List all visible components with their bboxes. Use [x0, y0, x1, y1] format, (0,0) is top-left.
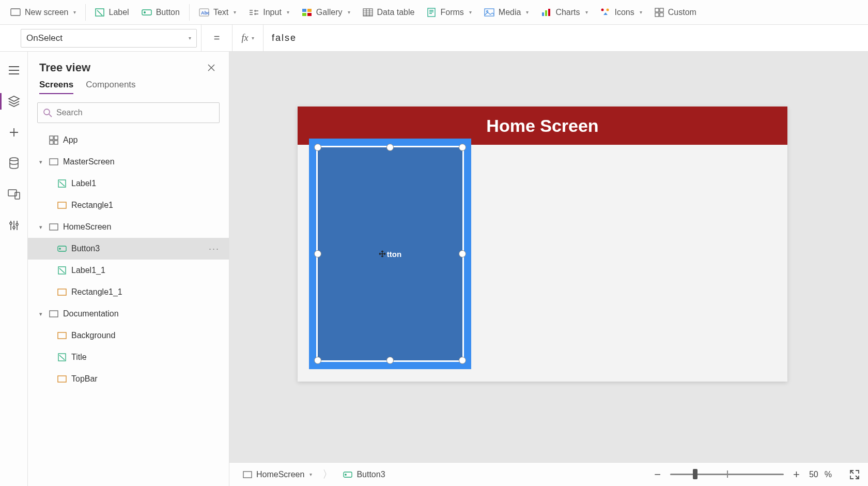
rectangle-icon [57, 287, 67, 297]
svg-point-28 [10, 222, 12, 224]
tree-search[interactable] [37, 102, 220, 123]
tree-item-label1[interactable]: Label1 [28, 173, 229, 194]
tree-label: Documentation [63, 309, 222, 318]
tree-item-background[interactable]: Background [28, 325, 229, 346]
svg-rect-11 [307, 13, 312, 16]
selected-button3[interactable]: tton [316, 146, 464, 362]
chevron-down-icon: ▾ [234, 9, 236, 15]
tree-item-masterscreen[interactable]: ▾ MasterScreen [28, 151, 229, 173]
svg-point-29 [13, 226, 15, 229]
resize-handle-br[interactable] [459, 357, 466, 364]
custom-menu[interactable]: Custom [648, 5, 703, 20]
new-screen-menu[interactable]: New screen ▾ [4, 5, 82, 20]
resize-handle-tr[interactable] [459, 144, 466, 151]
data-table-button[interactable]: Data table [357, 5, 421, 20]
tab-screens-label: Screens [39, 80, 73, 89]
zoom-out-button[interactable]: − [651, 468, 664, 481]
text-icon: Abc [199, 8, 209, 17]
breadcrumb-screen[interactable]: HomeScreen ▾ [238, 468, 317, 481]
svg-rect-32 [50, 136, 53, 140]
tree-item-title[interactable]: Title [28, 346, 229, 368]
insert-tab[interactable] [0, 117, 28, 148]
tree-item-documentation[interactable]: ▾ Documentation [28, 303, 229, 325]
tree-item-rectangle1-1[interactable]: Rectangle1_1 [28, 281, 229, 303]
tree-view-tab[interactable] [0, 86, 28, 117]
zoom-in-button[interactable]: + [790, 468, 803, 481]
text-menu[interactable]: Abc Text ▾ [193, 5, 242, 20]
insert-label[interactable]: Label [89, 5, 135, 20]
gallery-icon [302, 8, 312, 17]
gallery-menu[interactable]: Gallery ▾ [296, 5, 357, 20]
insert-button[interactable]: Button [135, 5, 186, 20]
data-tab[interactable] [0, 148, 28, 179]
tree-close-button[interactable] [205, 62, 218, 74]
property-selector[interactable]: OnSelect ▾ [21, 29, 197, 48]
media-tab[interactable] [0, 179, 28, 210]
zoom-controls: − + 50 % [651, 468, 860, 481]
svg-rect-36 [50, 159, 58, 165]
canvas-viewport[interactable]: Home Screen tton [229, 52, 868, 462]
forms-menu[interactable]: Forms ▾ [421, 5, 477, 20]
tab-screens[interactable]: Screens [39, 80, 73, 94]
tree-item-button3[interactable]: Button3 ··· [28, 238, 229, 260]
table-icon [363, 8, 373, 17]
resize-handle-mr[interactable] [459, 250, 466, 257]
tree-search-input[interactable] [56, 108, 214, 117]
tree-view-panel: Tree view Screens Components App ▾ [28, 52, 229, 486]
tree-item-topbar[interactable]: TopBar [28, 368, 229, 390]
advanced-tab[interactable] [0, 210, 28, 241]
tree-item-label1-1[interactable]: Label1_1 [28, 260, 229, 281]
chevron-down-icon[interactable]: ▾ [37, 311, 44, 317]
tree-label: Label1 [71, 179, 222, 188]
chevron-down-icon: ▾ [287, 9, 289, 15]
resize-handle-tm[interactable] [386, 144, 394, 151]
chevron-down-icon: ▾ [469, 9, 472, 15]
resize-handle-ml[interactable] [314, 250, 321, 257]
chevron-down-icon[interactable]: ▾ [37, 224, 44, 231]
zoom-slider[interactable] [670, 473, 784, 476]
tree-item-homescreen[interactable]: ▾ HomeScreen [28, 216, 229, 238]
svg-rect-9 [307, 9, 312, 12]
forms-menu-label: Forms [440, 8, 463, 17]
zoom-knob[interactable] [693, 469, 698, 479]
button3-content: tton [379, 250, 401, 259]
svg-text:Abc: Abc [201, 10, 209, 16]
input-menu-label: Input [263, 8, 282, 17]
fx-button[interactable]: fx ▾ [233, 25, 264, 51]
screen-header-title: Home Screen [486, 116, 598, 136]
selection-box[interactable]: tton [309, 139, 471, 369]
chevron-down-icon[interactable]: ▾ [37, 159, 44, 165]
tree-title: Tree view [39, 61, 90, 74]
charts-menu-label: Charts [555, 8, 580, 17]
input-menu[interactable]: Input ▾ [242, 5, 296, 20]
resize-handle-bm[interactable] [386, 357, 394, 364]
tree-item-app[interactable]: App [28, 129, 229, 151]
formula-input[interactable]: false [264, 25, 868, 51]
svg-point-25 [10, 158, 18, 161]
charts-menu[interactable]: Charts ▾ [535, 5, 594, 20]
tab-components[interactable]: Components [86, 80, 135, 94]
icons-menu[interactable]: Icons ▾ [594, 5, 648, 20]
tree-item-more[interactable]: ··· [207, 244, 222, 254]
tree-item-rectangle1[interactable]: Rectangle1 [28, 194, 229, 216]
breadcrumb-element[interactable]: Button3 [338, 468, 390, 481]
tree-label: App [63, 135, 222, 145]
plus-icon [8, 127, 20, 138]
tree-label: Button3 [71, 244, 203, 253]
svg-point-31 [44, 109, 50, 115]
tree-label: MasterScreen [63, 157, 222, 166]
property-selector-wrap: OnSelect ▾ [0, 25, 202, 51]
chevron-down-icon: ▾ [348, 9, 350, 15]
resize-handle-tl[interactable] [314, 144, 321, 151]
svg-point-30 [16, 223, 18, 225]
hamburger-button[interactable] [0, 55, 28, 86]
media-menu[interactable]: Media ▾ [478, 5, 535, 20]
svg-rect-44 [50, 311, 58, 317]
svg-rect-33 [54, 136, 58, 140]
input-icon [249, 8, 259, 17]
fullscreen-button[interactable] [849, 469, 860, 480]
resize-handle-bl[interactable] [314, 357, 321, 364]
svg-rect-17 [545, 10, 547, 16]
svg-rect-10 [302, 13, 306, 16]
svg-point-3 [144, 11, 145, 13]
